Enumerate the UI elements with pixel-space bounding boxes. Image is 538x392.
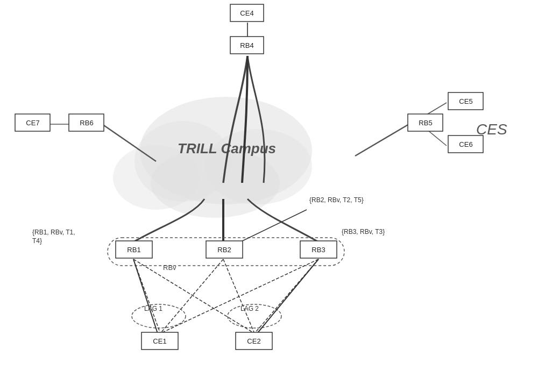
ces-label: CES <box>476 121 507 138</box>
rb2-label: RB2 <box>217 246 231 254</box>
svg-line-18 <box>133 259 254 333</box>
rb1-label: RB1 <box>127 246 140 254</box>
rb5-label: RB5 <box>419 119 432 127</box>
rb4-label: RB4 <box>240 41 253 49</box>
rb3-label: RB3 <box>312 246 325 254</box>
ce4-label: CE4 <box>240 9 253 17</box>
svg-line-21 <box>133 259 158 333</box>
rb6-label: RB6 <box>80 119 93 127</box>
lag1-label: LAG 1 <box>144 305 162 312</box>
diagram-svg: TRILL Campus <box>0 0 538 392</box>
ann-rb1: {RB1, RBv, T1, <box>32 229 75 236</box>
ce1-label: CE1 <box>153 337 166 345</box>
ce2-label: CE2 <box>247 337 260 345</box>
ce5-label: CE5 <box>459 97 472 105</box>
rbv-label: RBv <box>163 263 176 272</box>
svg-line-17 <box>160 259 318 333</box>
ann-rb2: {RB2, RBv, T2, T5} <box>309 196 364 204</box>
lag2-label: LAG 2 <box>240 305 259 312</box>
svg-line-22 <box>257 259 318 333</box>
svg-line-19 <box>223 259 254 333</box>
network-diagram: TRILL Campus <box>0 0 538 392</box>
ce6-label: CE6 <box>459 140 472 148</box>
svg-text:T4}: T4} <box>32 237 42 245</box>
svg-line-7 <box>355 124 409 156</box>
ann-rb3: {RB3, RBv, T3} <box>342 228 385 236</box>
ce7-label: CE7 <box>26 119 39 127</box>
